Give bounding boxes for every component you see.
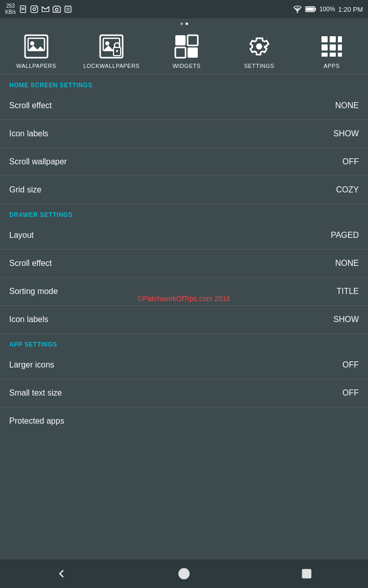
svg-rect-27 [321,44,328,51]
svg-rect-24 [321,36,328,42]
small-text-size-label: Small text size [9,388,62,398]
nav-item-lockwallpapers[interactable]: LOCKWALLPAPERS [83,34,140,69]
icon-labels-home-label: Icon labels [9,129,49,138]
scroll-effect-drawer-label: Scroll effect [9,259,52,268]
time: 1:20 PM [338,6,363,13]
svg-rect-23 [188,47,198,58]
svg-rect-7 [66,8,70,11]
apps-icon [319,34,344,59]
drawer-header: DRAWER SETTINGS [0,204,368,222]
app-settings-header: APP SETTINGS [0,334,368,351]
icon-labels-drawer-value: SHOW [333,315,359,324]
scroll-effect-drawer-row[interactable]: Scroll effect NONE [0,250,368,278]
scroll-effect-drawer-value: NONE [335,259,359,268]
grid-size-label: Grid size [9,185,41,194]
home-screen-header: HOME SCREEN SETTINGS [0,75,368,92]
icon-labels-home-value: SHOW [333,129,359,138]
layout-row[interactable]: Layout PAGED [0,222,368,250]
screenshot-icon [64,5,72,13]
status-kb: 253 KB/s [5,3,16,15]
svg-rect-20 [175,35,186,45]
layout-value: PAGED [331,231,359,240]
settings-label: SETTINGS [244,63,274,69]
wifi-icon [293,6,302,13]
scroll-wallpaper-label: Scroll wallpaper [9,157,67,166]
status-bar: 253 KB/s 100% 1:20 PM [0,0,368,18]
svg-rect-21 [188,35,198,45]
svg-rect-31 [330,53,336,57]
svg-rect-29 [338,44,342,51]
sorting-mode-value: TITLE [336,287,359,296]
settings-content: HOME SCREEN SETTINGS Scroll effect NONE … [0,75,368,435]
svg-point-3 [33,8,35,10]
settings-icon [247,34,271,59]
status-left: 253 KB/s [5,3,72,15]
svg-point-14 [30,41,34,45]
larger-icons-label: Larger icons [9,360,54,370]
svg-rect-34 [303,570,311,578]
svg-rect-2 [31,6,37,12]
bottom-nav [0,559,368,588]
widgets-label: WIDGETS [173,63,201,69]
lockwallpapers-label: LOCKWALLPAPERS [83,63,140,69]
nav-bar: WALLPAPERS LOCKWALLPAPERS [0,27,368,75]
back-button[interactable] [46,564,77,584]
svg-rect-28 [330,44,336,51]
apps-label: APPS [324,63,339,69]
wallpapers-label: WALLPAPERS [16,63,56,69]
svg-point-19 [116,50,118,52]
svg-rect-11 [306,8,314,11]
home-button[interactable] [169,564,199,584]
wallpapers-icon [24,34,49,59]
svg-point-17 [105,41,109,45]
svg-rect-10 [315,8,316,11]
status-right: 100% 1:20 PM [293,6,363,13]
svg-rect-32 [338,53,342,57]
svg-point-8 [296,12,298,13]
battery-percent: 100% [319,6,335,13]
nav-item-apps[interactable]: APPS [306,34,357,69]
protected-apps-row[interactable]: Protected apps [0,407,368,435]
svg-point-33 [179,569,189,579]
icon-labels-home-row[interactable]: Icon labels SHOW [0,120,368,148]
recent-button[interactable] [291,564,322,584]
scroll-wallpaper-value: OFF [342,157,359,166]
svg-point-5 [55,8,58,11]
nav-item-widgets[interactable]: WIDGETS [161,34,212,69]
small-text-size-value: OFF [342,388,359,398]
icon-labels-drawer-row[interactable]: Icon labels SHOW [0,306,368,334]
dot-1 [180,22,183,25]
protected-apps-label: Protected apps [9,416,64,426]
scroll-wallpaper-row[interactable]: Scroll wallpaper OFF [0,148,368,176]
nav-item-settings[interactable]: SETTINGS [234,34,285,69]
nav-item-wallpapers[interactable]: WALLPAPERS [11,34,62,69]
svg-rect-26 [338,36,342,42]
scroll-effect-home-value: NONE [335,101,359,110]
sorting-mode-label: Sorting mode [9,287,58,296]
main-scroll: WALLPAPERS LOCKWALLPAPERS [0,18,368,559]
svg-rect-25 [330,36,336,42]
dots-indicator [0,18,368,27]
gmail-icon [41,5,50,13]
icon-labels-drawer-label: Icon labels [9,315,49,324]
svg-point-4 [36,7,37,8]
scroll-effect-home-row[interactable]: Scroll effect NONE [0,92,368,120]
grid-size-row[interactable]: Grid size COZY [0,176,368,204]
lockwallpapers-icon [99,34,124,59]
small-text-size-row[interactable]: Small text size OFF [0,379,368,407]
svg-rect-1 [21,8,25,10]
scroll-effect-home-label: Scroll effect [9,101,52,110]
dot-2 [186,22,188,25]
svg-rect-30 [321,53,328,57]
widgets-icon [174,34,199,59]
svg-rect-22 [175,47,186,58]
sim-icon [19,5,27,13]
layout-label: Layout [9,231,34,240]
camera-icon [53,5,61,13]
instagram-icon [30,5,38,13]
larger-icons-value: OFF [342,360,359,370]
grid-size-value: COZY [336,185,359,194]
battery-icon [305,6,316,13]
sorting-mode-row[interactable]: Sorting mode TITLE [0,278,368,306]
larger-icons-row[interactable]: Larger icons OFF [0,351,368,379]
